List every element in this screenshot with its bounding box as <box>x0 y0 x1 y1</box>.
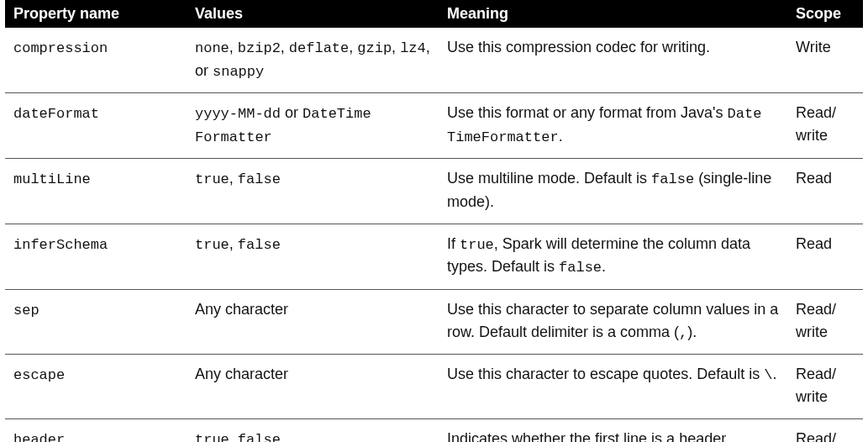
table-row: inferSchema true, false If true, Spark w… <box>5 224 863 289</box>
cell-scope: Write <box>787 28 863 93</box>
cell-property: escape <box>13 367 65 383</box>
cell-values: Any character <box>187 289 439 355</box>
col-values: Values <box>187 0 439 28</box>
cell-values: yyyy-MM-dd or DateTime Formatter <box>187 93 439 159</box>
cell-scope: Read/ write <box>787 355 863 419</box>
cell-property: sep <box>13 303 39 318</box>
cell-meaning: Indicates whether the first line is a he… <box>439 419 787 443</box>
cell-meaning: Use this format or any format from Java'… <box>439 93 787 159</box>
cell-meaning: Use multiline mode. Default is false (si… <box>439 159 787 224</box>
cell-values: true, false <box>187 224 439 289</box>
cell-values: Any character <box>187 355 439 419</box>
cell-property: dateFormat <box>13 106 99 122</box>
cell-values: none, bzip2, deflate, gzip, lz4, or snap… <box>187 28 439 93</box>
properties-table: Property name Values Meaning Scope compr… <box>5 0 863 442</box>
col-scope: Scope <box>787 0 863 28</box>
table-row: multiLine true, false Use multiline mode… <box>5 159 863 224</box>
table-row: dateFormat yyyy-MM-dd or DateTime Format… <box>5 93 863 159</box>
table-row: header true, false Indicates whether the… <box>5 419 863 443</box>
cell-property: compression <box>13 40 108 56</box>
cell-scope: Read/ write <box>787 289 863 355</box>
cell-meaning: If true, Spark will determine the column… <box>439 224 787 289</box>
table-row: escape Any character Use this character … <box>5 355 863 419</box>
cell-scope: Read <box>787 159 863 224</box>
table-row: compression none, bzip2, deflate, gzip, … <box>5 28 863 93</box>
cell-meaning: Use this character to escape quotes. Def… <box>439 355 787 419</box>
cell-property: multiLine <box>13 171 91 187</box>
cell-property: header <box>13 432 65 442</box>
table-row: sep Any character Use this character to … <box>5 289 863 355</box>
cell-property: inferSchema <box>13 237 108 253</box>
table-header-row: Property name Values Meaning Scope <box>5 0 863 28</box>
cell-scope: Read/ write <box>787 419 863 443</box>
cell-values: true, false <box>187 419 439 443</box>
col-property-name: Property name <box>5 0 187 28</box>
cell-values: true, false <box>187 159 439 224</box>
cell-meaning: Use this compression codec for writing. <box>439 28 787 93</box>
col-meaning: Meaning <box>439 0 787 28</box>
cell-scope: Read/ write <box>787 93 863 159</box>
cell-meaning: Use this character to separate column va… <box>439 289 787 355</box>
cell-scope: Read <box>787 224 863 289</box>
